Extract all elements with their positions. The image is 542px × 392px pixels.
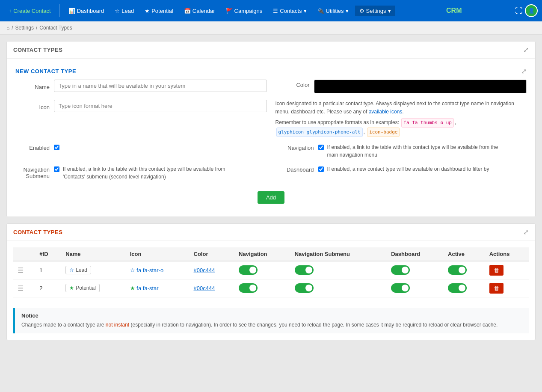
nav-calendar[interactable]: 📅 Calendar [180,6,219,16]
panel-title: CONTACT TYPES [13,47,62,53]
nav-submenu-toggle[interactable] [295,283,314,293]
enabled-checkbox[interactable] [54,145,59,150]
contact-types-list-panel: CONTACT TYPES ⤢ #ID Name Icon Color Navi… [6,223,536,340]
th-name: Name [61,247,126,261]
active-cell [444,261,485,279]
navigation-desc: If enabled, a link to the table with thi… [327,143,498,159]
notice-highlight: not instant [106,322,129,328]
contact-type-badge: ★ Potential [65,284,100,292]
badge-star-icon: ☆ [69,267,74,273]
nav-submenu-cell [290,279,387,297]
home-icon[interactable]: ⌂ [6,25,9,31]
name-label: Name [15,82,50,90]
dashboard-toggle[interactable] [391,283,410,293]
icon-value: ☆ fa fa-star-o [130,267,163,273]
nav-utilities[interactable]: 🔌 Utilities ▾ [313,6,353,16]
name-input[interactable] [54,80,267,92]
enabled-checkbox-row: Enabled [15,143,263,151]
nav-submenu-label: NavigationSubmenu [15,165,50,179]
dashboard-toggle-slider [391,265,410,275]
flag-icon: 🚩 [226,8,233,14]
navigation-checkbox-content: If enabled, a link to the table with thi… [318,143,498,159]
drag-handle[interactable]: ☰ [18,285,24,292]
nav-campaigns[interactable]: 🚩 Campaigns [222,6,267,16]
th-navigation: Navigation [234,247,290,261]
contact-types-table: #ID Name Icon Color Navigation Navigatio… [13,247,529,297]
contacts-chevron-icon: ▾ [304,8,307,14]
dashboard-icon: 📊 [68,8,75,14]
drag-handle[interactable]: ☰ [18,267,24,274]
nav-submenu-checkbox-content: If enabled, a link to the table with thi… [54,165,234,181]
nav-right-area: ⛶ 👤 [513,4,538,18]
th-actions: Actions [485,247,529,261]
color-picker[interactable] [314,80,527,93]
nav-dashboard[interactable]: 📊 Dashboard [64,6,109,16]
active-toggle[interactable] [448,283,467,293]
star-outline-icon: ☆ [115,8,120,14]
delete-button[interactable]: 🗑 [489,283,503,294]
icon-row: Icon Icon designated to a particular con… [15,100,527,137]
nav-submenu-checkbox[interactable] [54,166,59,172]
icon-value: ★ fa fa-star [130,285,159,291]
th-id: #ID [35,247,61,261]
available-icons-link[interactable]: available icons [369,109,403,115]
utilities-chevron-icon: ▾ [346,8,349,14]
list-panel-expand-icon[interactable]: ⤢ [523,228,529,236]
notice-title: Notice [21,312,522,319]
navigation-toggle[interactable] [239,283,258,293]
delete-button[interactable]: 🗑 [489,265,503,276]
icon-star: ☆ [130,267,135,273]
breadcrumb-settings[interactable]: Settings [15,25,34,31]
dashboard-checkbox[interactable] [318,166,324,172]
navigation-label: Navigation [280,143,314,151]
dashboard-section: Dashboard If enabled, a new contact type… [280,165,527,187]
nav-lead[interactable]: ☆ Lead [110,6,138,16]
actions-cell: 🗑 [485,279,529,297]
add-button[interactable]: Add [258,191,284,204]
fullscreen-button[interactable]: ⛶ [513,4,525,18]
nav-contacts[interactable]: ☰ Contacts ▾ [269,6,311,16]
notice-box: Notice Changes made to a contact type ar… [13,308,529,333]
navigation-toggle[interactable] [239,265,258,275]
name-color-row: Name Color [15,80,527,93]
active-toggle[interactable] [448,265,467,275]
dashboard-toggle[interactable] [391,265,410,275]
gear-icon: ⚙ [359,8,364,14]
table-header-row: #ID Name Icon Color Navigation Navigatio… [13,247,529,261]
icon-label: Icon [15,102,50,110]
contact-types-main-panel: CONTACT TYPES ⤢ NEW CONTACT TYPE ⤢ Name … [6,41,536,217]
panel-expand-icon[interactable]: ⤢ [523,46,529,54]
active-cell [444,279,485,297]
color-field-group: Color [275,80,527,93]
breadcrumb-separator2: / [36,25,37,31]
nav-potential[interactable]: ★ Potential [140,6,178,16]
user-avatar[interactable]: 👤 [525,4,538,17]
star-icon: ★ [145,8,150,14]
nav-submenu-toggle-slider [295,283,314,293]
nav-settings[interactable]: ⚙ Settings ▾ [355,6,395,16]
list-panel-header: CONTACT TYPES ⤢ [7,224,535,241]
icon-cell: ☆ fa fa-star-o [126,261,190,279]
enabled-label: Enabled [15,143,50,151]
color-cell: #00c444 [190,279,235,297]
icon-help-text: Icon designated to a particular contact … [275,100,527,137]
color-value[interactable]: #00c444 [194,267,215,273]
drag-handle-cell: ☰ [13,261,35,279]
table-row: ☰ 1 ☆ Lead ☆ fa fa-star-o #00c444 [13,261,529,279]
nav-submenu-cell [290,261,387,279]
table-header: #ID Name Icon Color Navigation Navigatio… [13,247,529,261]
new-ct-title: NEW CONTACT TYPE [15,68,76,74]
nav-submenu-toggle[interactable] [295,265,314,275]
new-ct-expand-icon[interactable]: ⤢ [521,67,527,75]
add-button-container: Add [15,191,527,204]
icon-input[interactable] [54,100,267,112]
nav-submenu-checkbox-row: NavigationSubmenu If enabled, a link to … [15,165,263,181]
navigation-checkbox[interactable] [318,145,324,150]
nav-submenu-desc: If enabled, a link to the table with thi… [63,165,234,181]
navigation-checkbox-row: Navigation If enabled, a link to the tab… [280,143,527,159]
nav-divider [59,4,60,17]
create-contact-button[interactable]: + Create Contact [4,6,55,16]
color-value[interactable]: #00c444 [194,285,215,291]
contact-types-table-section: #ID Name Icon Color Navigation Navigatio… [7,241,535,304]
th-active: Active [444,247,485,261]
